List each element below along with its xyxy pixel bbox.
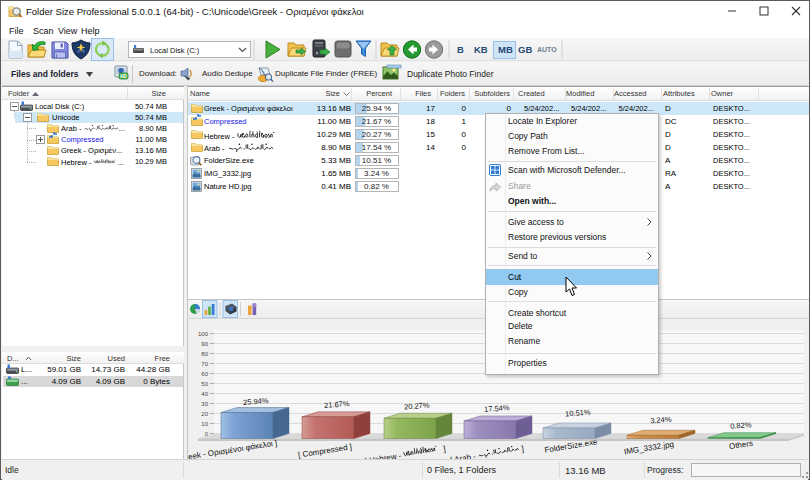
svg-text:50: 50 xyxy=(201,381,208,387)
svg-text:10: 10 xyxy=(201,421,208,427)
svg-text:30: 30 xyxy=(201,401,208,407)
svg-text:20.27%: 20.27% xyxy=(404,401,430,412)
svg-text:90: 90 xyxy=(201,341,208,347)
svg-text:40: 40 xyxy=(201,391,208,397)
svg-text:3.24%: 3.24% xyxy=(650,415,672,425)
svg-text:HD: HD xyxy=(120,74,127,79)
svg-text:100: 100 xyxy=(198,331,209,337)
svg-text:0.82%: 0.82% xyxy=(730,420,752,430)
svg-text:80: 80 xyxy=(201,351,208,357)
svg-text:25.94%: 25.94% xyxy=(243,396,269,407)
svg-text:17.54%: 17.54% xyxy=(484,403,510,414)
svg-text:10.51%: 10.51% xyxy=(565,408,591,419)
svg-text:60: 60 xyxy=(201,371,208,377)
svg-text:70: 70 xyxy=(201,361,208,367)
svg-text:20: 20 xyxy=(201,411,208,417)
svg-text:21.67%: 21.67% xyxy=(324,399,350,410)
